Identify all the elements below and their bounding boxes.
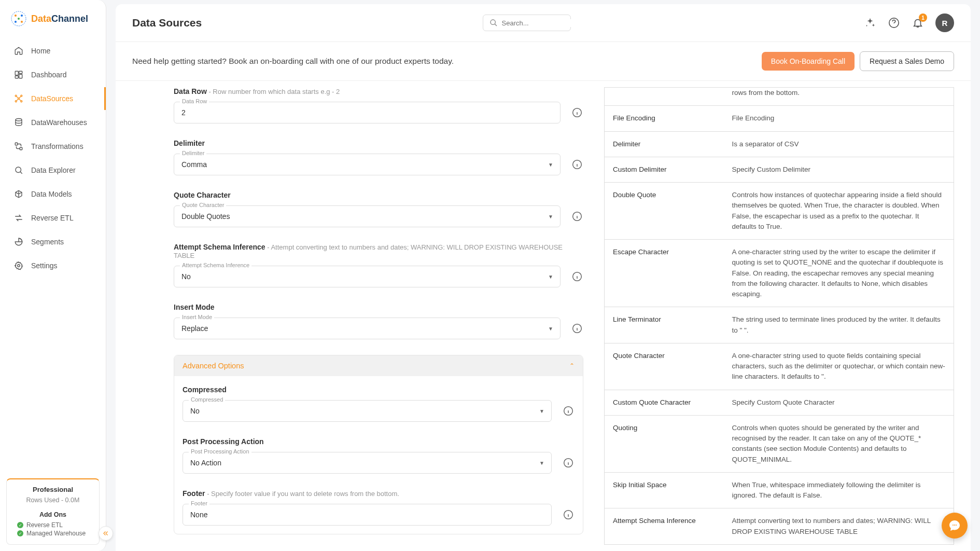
info-icon[interactable] [571,211,583,222]
sidebar-item-segments[interactable]: Segments [4,230,102,253]
quote-character-label: Quote Character [174,191,583,199]
info-icon[interactable] [571,271,583,282]
info-icon[interactable] [571,107,583,118]
request-demo-button[interactable]: Request a Sales Demo [860,51,954,71]
sidebar-item-label: Reverse ETL [31,214,74,222]
sidebar-item-reverseetl[interactable]: Reverse ETL [4,206,102,229]
svg-point-4 [21,21,23,23]
plan-addon: ✓Reverse ETL [13,521,93,529]
help-table-row: Quote CharacterA one-character string us… [605,343,954,390]
sidebar-item-transformations[interactable]: Transformations [4,135,102,158]
sidebar-item-dataexplorer[interactable]: Data Explorer [4,159,102,182]
help-key: Skip Initial Space [605,472,724,508]
plan-addon: ✓Managed Warehouse [13,530,93,537]
footer-input[interactable] [183,504,552,526]
svg-point-10 [15,95,17,97]
database-icon [13,117,24,128]
logo-text: DataChannel [31,13,88,24]
insert-mode-label: Insert Mode [174,303,583,311]
help-table-row: Line TerminatorThe string used to termin… [605,307,954,343]
segments-icon [13,237,24,247]
search-input[interactable] [483,15,571,31]
help-table-row: Skip Initial SpaceWhen True, whitespace … [605,472,954,508]
help-key: File Encoding [605,106,724,131]
help-key: Custom Delimiter [605,157,724,182]
advanced-options-accordion[interactable]: Advanced Options ⌃ [174,355,583,376]
gear-icon [13,260,24,271]
svg-point-18 [16,167,21,173]
plan-addons-title: Add Ons [13,511,93,518]
svg-point-12 [15,101,17,102]
floating-label: Quote Character [180,202,226,208]
help-key: Quoting [605,415,724,472]
info-icon[interactable] [562,406,575,416]
chevron-down-icon: ▼ [539,460,544,466]
book-onboarding-button[interactable]: Book On-Boarding Call [762,52,855,71]
notification-icon[interactable]: 1 [912,17,924,29]
quote-character-select[interactable]: Double Quotes▼ [174,205,561,227]
help-table: rows from the bottom.File EncodingFile E… [604,87,954,545]
sidebar-item-datamodels[interactable]: Data Models [4,183,102,205]
models-icon [13,189,24,199]
sidebar-collapse-button[interactable] [99,526,113,541]
chevron-down-icon: ▼ [548,274,553,280]
svg-point-1 [15,15,17,17]
help-table-row: File EncodingFile Encoding [605,106,954,131]
post-processing-select[interactable]: No Action▼ [183,452,552,474]
help-table-row: Attempt Schema InferenceAttempt converti… [605,508,954,545]
search-field[interactable] [502,19,589,27]
schema-inference-select[interactable]: No▼ [174,266,561,287]
plan-usage: Rows Used - 0.0M [13,497,93,504]
page-title: Data Sources [132,17,202,29]
floating-label: Insert Mode [180,314,214,320]
svg-point-2 [21,15,23,17]
datasources-icon [13,93,24,104]
info-icon[interactable] [562,509,575,520]
info-icon[interactable] [562,458,575,468]
svg-point-15 [16,119,22,121]
help-value: Is a separator of CSV [724,131,954,157]
help-table-row: Custom DelimiterSpecify Custom Delimiter [605,157,954,182]
schema-inference-label: Attempt Schema Inference - Attempt conve… [174,243,583,259]
help-value: Controls how instances of quotechar appe… [724,183,954,240]
sparkle-icon[interactable] [864,17,876,29]
data-row-label: Data Row - Row number from which data st… [174,87,583,95]
sidebar-item-label: Data Explorer [31,166,76,174]
sidebar-item-settings[interactable]: Settings [4,254,102,277]
insert-mode-select[interactable]: Replace▼ [174,318,561,339]
avatar[interactable]: R [935,13,954,32]
help-key: Double Quote [605,183,724,240]
floating-label: Delimiter [180,150,206,156]
accordion-title: Advanced Options [183,362,244,370]
compressed-select[interactable]: No▼ [183,400,552,422]
info-icon[interactable] [571,323,583,334]
chevron-down-icon: ▼ [548,162,553,168]
transformations-icon [13,141,24,151]
sidebar-item-home[interactable]: Home [4,39,102,62]
home-icon [13,46,24,56]
delimiter-label: Delimiter [174,139,583,147]
help-key: Attempt Schema Inference [605,508,724,545]
help-value: A one-character string used by the write… [724,240,954,307]
help-table-row: DelimiterIs a separator of CSV [605,131,954,157]
logo[interactable]: DataChannel [0,0,106,39]
svg-rect-7 [19,71,22,74]
sidebar-item-label: DataWarehouses [31,118,87,127]
chevron-down-icon: ▼ [548,326,553,332]
sidebar-item-datasources[interactable]: DataSources [4,87,106,110]
chat-fab[interactable] [942,513,968,539]
help-value: Attempt converting text to numbers and d… [724,508,954,545]
sidebar-item-dashboard[interactable]: Dashboard [4,63,102,86]
data-row-input[interactable] [174,102,561,123]
svg-rect-8 [19,74,22,78]
delimiter-select[interactable]: Comma▼ [174,154,561,175]
help-icon[interactable] [888,17,900,29]
sidebar-item-label: Segments [31,238,64,246]
svg-rect-9 [15,76,18,78]
explorer-icon [13,165,24,175]
chevron-down-icon: ▼ [548,214,553,219]
info-icon[interactable] [571,159,583,170]
sidebar-item-datawarehouses[interactable]: DataWarehouses [4,111,102,134]
help-value: When True, whitespace immediately follow… [724,472,954,508]
svg-rect-17 [20,147,22,150]
